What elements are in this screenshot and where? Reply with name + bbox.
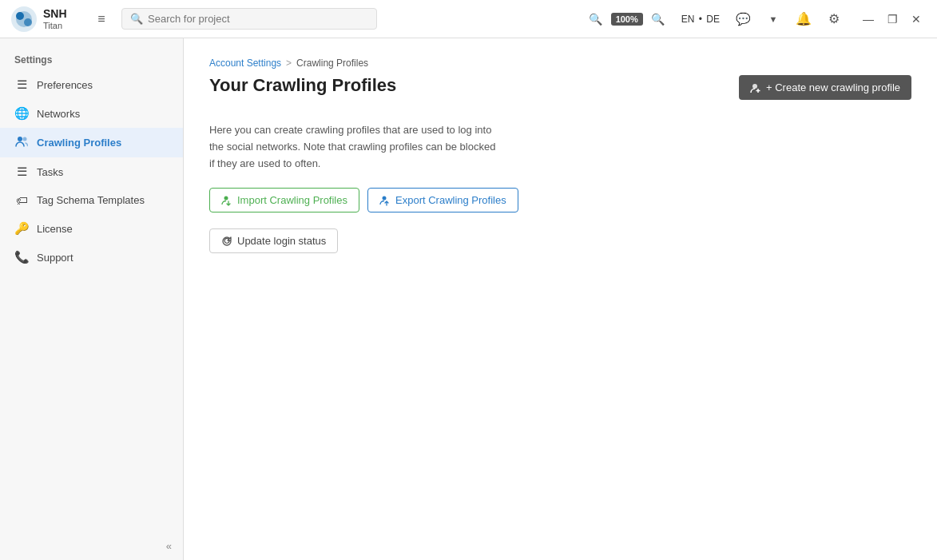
sidebar-item-label-license: License <box>37 223 73 235</box>
settings-icon[interactable]: ⚙ <box>822 7 846 31</box>
sidebar-item-support[interactable]: 📞 Support <box>0 243 183 272</box>
sidebar: Settings ☰ Preferences 🌐 Networks Crawli… <box>0 38 184 560</box>
zoom-controls: 🔍 100% 🔍 <box>584 7 670 31</box>
sidebar-item-label-tasks: Tasks <box>37 166 63 178</box>
breadcrumb-parent-link[interactable]: Account Settings <box>209 58 281 69</box>
crawling-profiles-icon <box>14 135 29 150</box>
language-selector[interactable]: EN • DE <box>677 10 725 28</box>
sidebar-item-tag-schema-templates[interactable]: 🏷 Tag Schema Templates <box>0 186 183 214</box>
svg-point-2 <box>16 12 24 20</box>
export-crawling-profiles-button[interactable]: Export Crawling Profiles <box>367 188 518 212</box>
import-icon <box>221 195 232 206</box>
sidebar-item-license[interactable]: 🔑 License <box>0 214 183 243</box>
sidebar-item-label-crawling-profiles: Crawling Profiles <box>37 137 121 149</box>
svg-point-9 <box>224 196 228 200</box>
tasks-icon: ☰ <box>14 165 29 179</box>
sidebar-collapse-button[interactable]: « <box>0 532 183 560</box>
titlebar: SNH Titan ≡ 🔍 🔍 100% 🔍 EN • DE 💬 ▼ 🔔 ⚙ —… <box>0 0 937 38</box>
svg-point-10 <box>383 196 387 200</box>
window-controls: — ❐ ✕ <box>857 8 927 30</box>
search-bar[interactable]: 🔍 <box>121 8 377 30</box>
svg-point-4 <box>18 137 22 141</box>
description-text: Here you can create crawling profiles th… <box>209 122 497 172</box>
chat-icon[interactable]: 💬 <box>731 7 755 31</box>
zoom-out-icon[interactable]: 🔍 <box>584 7 608 31</box>
sidebar-item-label-tag-schema: Tag Schema Templates <box>37 194 145 206</box>
import-crawling-profiles-button[interactable]: Import Crawling Profiles <box>209 188 359 212</box>
breadcrumb-separator: > <box>286 58 292 69</box>
import-export-row: Import Crawling Profiles Export Crawling… <box>209 188 911 212</box>
refresh-icon <box>221 236 232 247</box>
sidebar-item-label-preferences: Preferences <box>37 79 93 91</box>
svg-point-3 <box>24 18 32 26</box>
sidebar-section-label: Settings <box>0 46 183 70</box>
networks-icon: 🌐 <box>14 106 29 121</box>
license-icon: 🔑 <box>14 221 29 236</box>
sidebar-item-preferences[interactable]: ☰ Preferences <box>0 70 183 99</box>
sidebar-item-crawling-profiles[interactable]: Crawling Profiles <box>0 128 183 157</box>
page-header: Your Crawling Profiles + Create new craw… <box>209 75 911 100</box>
zoom-in-icon[interactable]: 🔍 <box>646 7 670 31</box>
minimize-button[interactable]: — <box>857 8 879 30</box>
close-button[interactable]: ✕ <box>905 8 927 30</box>
sidebar-item-label-networks: Networks <box>37 108 80 120</box>
update-login-status-button[interactable]: Update login status <box>209 228 338 253</box>
app-logo: SNH Titan <box>10 5 81 34</box>
sidebar-item-label-support: Support <box>37 252 73 264</box>
breadcrumb: Account Settings > Crawling Profiles <box>209 58 911 69</box>
maximize-button[interactable]: ❐ <box>881 8 903 30</box>
zoom-level: 100% <box>611 13 643 26</box>
logo-text: SNH Titan <box>43 7 67 30</box>
export-icon <box>379 195 391 206</box>
svg-point-5 <box>23 137 27 141</box>
add-person-icon <box>750 82 761 93</box>
preferences-icon: ☰ <box>14 77 29 92</box>
tag-schema-icon: 🏷 <box>14 193 29 207</box>
breadcrumb-current: Crawling Profiles <box>296 58 368 69</box>
app-body: Settings ☰ Preferences 🌐 Networks Crawli… <box>0 38 937 560</box>
sidebar-item-networks[interactable]: 🌐 Networks <box>0 99 183 128</box>
titlebar-right: 🔍 100% 🔍 EN • DE 💬 ▼ 🔔 ⚙ — ❐ ✕ <box>584 7 927 31</box>
create-new-crawling-profile-button[interactable]: + Create new crawling profile <box>739 75 911 100</box>
search-input[interactable] <box>148 13 368 25</box>
svg-point-6 <box>752 84 757 89</box>
search-icon: 🔍 <box>130 13 143 25</box>
dropdown-icon[interactable]: ▼ <box>761 7 785 31</box>
sidebar-item-tasks[interactable]: ☰ Tasks <box>0 157 183 186</box>
page-title: Your Crawling Profiles <box>209 75 396 96</box>
logo-icon <box>10 5 38 34</box>
notifications-icon[interactable]: 🔔 <box>792 7 816 31</box>
main-content: Account Settings > Crawling Profiles You… <box>184 38 937 560</box>
support-icon: 📞 <box>14 250 29 264</box>
hamburger-menu-icon[interactable]: ≡ <box>89 7 113 31</box>
